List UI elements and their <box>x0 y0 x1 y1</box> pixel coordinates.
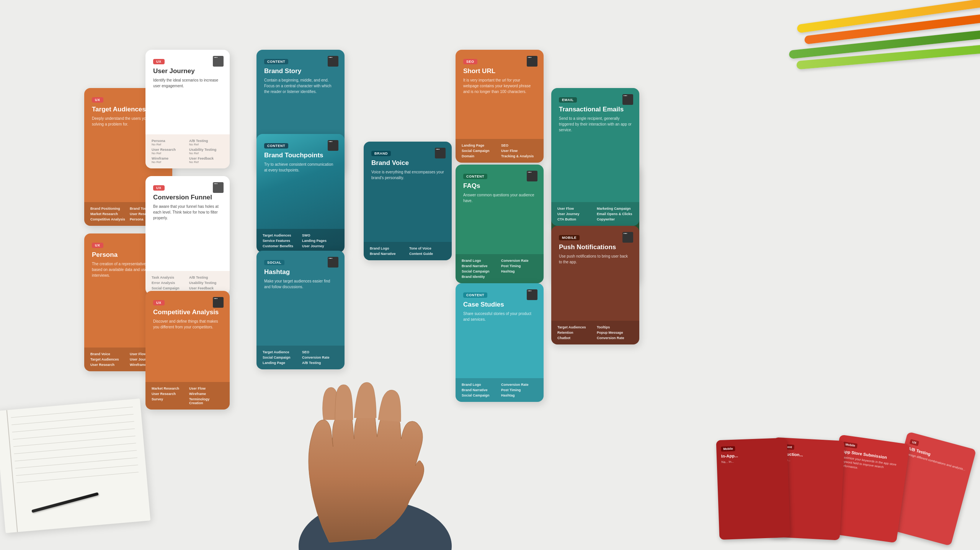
card-title: Push Notifications <box>559 243 632 251</box>
tag: User ResearchNo Ref <box>152 148 186 155</box>
tag: User FeedbackNo Ref <box>189 157 224 164</box>
notebook-line <box>11 407 133 418</box>
card-conversion-funnel[interactable]: UX Conversion Funnel Be aware that your … <box>145 176 230 295</box>
tag: Brand Logo <box>462 383 498 387</box>
tag: SWO <box>302 233 338 237</box>
tag: Marketing Campaign <box>597 207 633 211</box>
tag: Email Opens & Clicks <box>597 212 633 216</box>
stacked-card-4[interactable]: Mobile In-App... Na... In... <box>716 438 791 540</box>
qr-code <box>213 182 224 193</box>
tag: A/B Testing <box>189 276 224 279</box>
card-tags: Brand Logo Tone of Voice Brand Narrative… <box>364 242 452 260</box>
qr-code <box>213 297 224 308</box>
tag: Brand Voice <box>90 352 127 356</box>
tag: Usability TestingNo Ref <box>189 148 224 155</box>
tag: Brand Narrative <box>370 252 406 256</box>
card-brand-touchpoints[interactable]: Content Brand Touchpoints Try to achieve… <box>256 134 345 253</box>
tag: PersonaNo Ref <box>152 139 186 146</box>
card-hashtag[interactable]: Social Hashtag Make your target audience… <box>256 251 345 369</box>
card-badge: UX <box>92 97 103 103</box>
card-title: Case Studies <box>463 301 536 308</box>
tag: Wireframe <box>189 392 224 396</box>
tag: Social Campaign <box>462 393 498 397</box>
card-badge: Content <box>463 174 487 179</box>
card-desc: Use push notifications to bring user bac… <box>559 253 632 265</box>
card-faqs[interactable]: Content FAQs Answer common questions you… <box>456 165 544 283</box>
card-desc: Be aware that your funnel has holes at e… <box>153 204 222 221</box>
tag: Popup Message <box>597 331 633 335</box>
qr-code <box>328 56 338 67</box>
tag: User Journey <box>302 244 338 248</box>
card-desc: Answer common questions your audience ha… <box>463 192 536 204</box>
tag: A/B TestingNo Ref <box>189 139 224 146</box>
tag: Service Features <box>263 239 299 243</box>
tag: Conversion Rate <box>597 336 633 340</box>
tag: Tone of Voice <box>409 246 446 250</box>
card-tags: Target Audiences SWO Service Features La… <box>256 229 345 253</box>
card-badge: UX <box>153 185 165 191</box>
tag: Target Audiences <box>557 325 594 329</box>
tag: Usability Testing <box>189 281 224 285</box>
card-push-notifications[interactable]: Mobile Push Notifications Use push notif… <box>551 226 639 344</box>
card-case-studies[interactable]: Content Case Studies Share successful st… <box>456 283 544 402</box>
card-title: Conversion Funnel <box>153 194 222 201</box>
card-competitive-analysis[interactable]: UX Competitive Analysis Discover and def… <box>145 291 230 410</box>
tag: Copywriter <box>597 217 633 221</box>
tag: Customer Benefits <box>263 244 299 248</box>
card-short-url[interactable]: SEO Short URL It is very important the u… <box>456 50 544 163</box>
card-brand-voice[interactable]: Brand Brand Voice Voice is everything th… <box>364 142 452 260</box>
tag: SEO <box>302 350 338 354</box>
tag: Post Timing <box>501 388 537 392</box>
qr-code <box>527 171 537 181</box>
card-tags: Target Audience SEO Social Campaign Conv… <box>256 346 345 369</box>
card-badge: Content <box>463 292 487 298</box>
card-transactional-emails[interactable]: Email Transactional Emails Send to a sin… <box>551 88 639 226</box>
card-tags: User Flow Marketing Campaign User Journe… <box>551 202 639 226</box>
card-title: User Journey <box>153 67 222 75</box>
card-desc: Identify the ideal scenarios to increase… <box>153 77 222 89</box>
card-badge: SEO <box>463 59 477 64</box>
card-desc: Try to achieve consistent communication … <box>264 162 337 173</box>
tag: Brand Narrative <box>462 388 498 392</box>
card-tags: PersonaNo Ref A/B TestingNo Ref User Res… <box>145 134 230 168</box>
card-title: Transactional Emails <box>559 106 632 113</box>
qr-code <box>527 289 537 300</box>
card-badge: Brand <box>371 151 391 156</box>
tag: Survey <box>152 397 186 405</box>
tag: Brand Identity <box>462 275 498 279</box>
bottom-cards-area: UX A/B Testing Design different combinat… <box>712 382 980 542</box>
tag: Hashtag <box>501 269 537 273</box>
qr-code <box>435 148 446 158</box>
tag: Social Campaign <box>462 269 498 273</box>
card-badge: Mobile <box>559 235 580 240</box>
card-badge: UX <box>153 59 165 64</box>
tag: Tracking & Analysis <box>501 154 537 158</box>
card-badge: Content <box>264 59 288 64</box>
tag: User Flow <box>189 387 224 390</box>
tag: WireframeNo Ref <box>152 157 186 164</box>
tag: Target Audiences <box>90 357 127 361</box>
card-desc: Discover and define things that makes yo… <box>153 318 222 330</box>
card-user-journey[interactable]: UX User Journey Identify the ideal scena… <box>145 50 230 168</box>
tag: User Research <box>90 363 127 367</box>
card-tags: Landing Page SEO Social Campaign User Fl… <box>456 139 544 163</box>
tag: Tooltips <box>597 325 633 329</box>
qr-code <box>527 56 537 67</box>
qr-code <box>328 140 338 151</box>
notebook <box>0 398 150 533</box>
tag: Task Analysis <box>152 276 186 279</box>
tag: Market Research <box>152 387 186 390</box>
tag: Market Research <box>90 212 127 216</box>
card-desc: Make your target audiences easier find a… <box>264 278 337 290</box>
tag: User Flow <box>501 149 537 153</box>
tag: Domain <box>462 154 498 158</box>
tag: Competitive Analysis <box>90 217 127 221</box>
qr-code <box>622 232 633 243</box>
tag: Post Timing <box>501 264 537 268</box>
tag: Social Campaign <box>263 356 299 359</box>
card-badge: Social <box>264 260 284 265</box>
card-tags: Market Research User Flow User Research … <box>145 382 230 410</box>
qr-code <box>213 56 224 67</box>
card-title: Short URL <box>463 67 536 75</box>
card-desc: Contain a beginning, middle, and end. Fo… <box>264 77 337 95</box>
